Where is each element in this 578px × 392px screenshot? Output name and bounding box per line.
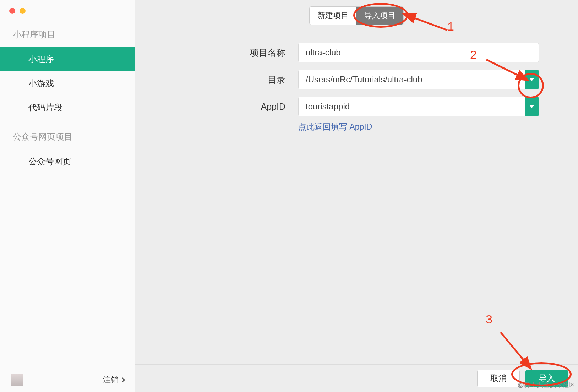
footer-bar: 取消 导入 — [135, 364, 578, 392]
row-directory: 目录 — [192, 70, 539, 89]
sidebar-item-officialaccount-web[interactable]: 公众号网页 — [0, 149, 135, 174]
tab-import-project[interactable]: 导入项目 — [356, 7, 403, 24]
tab-label: 导入项目 — [364, 11, 396, 20]
sidebar-item-minigame[interactable]: 小游戏 — [0, 71, 135, 96]
tabs: 新建项目 导入项目 — [135, 0, 578, 25]
row-appid: AppID — [192, 97, 539, 116]
project-name-label: 项目名称 — [192, 47, 298, 59]
sidebar: 小程序项目 小程序 小游戏 代码片段 公众号网页项目 公众号网页 注销 — [0, 0, 135, 392]
row-project-name: 项目名称 — [192, 43, 539, 62]
appid-input[interactable] — [298, 97, 525, 116]
main-panel: 新建项目 导入项目 项目名称 目录 AppID — [135, 0, 578, 392]
sidebar-item-label: 小程序 — [28, 54, 54, 64]
sidebar-item-label: 公众号网页 — [28, 157, 71, 166]
chevron-right-icon — [120, 377, 125, 382]
sidebar-bottom-bar: 注销 — [0, 367, 135, 392]
app-window: 小程序项目 小程序 小游戏 代码片段 公众号网页项目 公众号网页 注销 新建项目… — [0, 0, 578, 392]
logout-link[interactable]: 注销 — [103, 375, 124, 385]
sidebar-section-miniprogram: 小程序项目 — [0, 22, 135, 47]
cancel-button[interactable]: 取消 — [477, 370, 520, 387]
directory-dropdown-button[interactable] — [525, 70, 539, 89]
sidebar-item-label: 小游戏 — [28, 78, 54, 88]
logout-label: 注销 — [103, 375, 119, 385]
chevron-down-icon — [530, 105, 534, 108]
sidebar-item-label: 代码片段 — [28, 103, 62, 112]
appid-label: AppID — [192, 102, 298, 112]
traffic-lights — [0, 0, 135, 22]
appid-return-link[interactable]: 点此返回填写 AppID — [298, 122, 372, 131]
chevron-down-icon — [530, 78, 534, 81]
appid-dropdown-button[interactable] — [525, 97, 539, 116]
close-window-icon[interactable] — [9, 8, 15, 14]
row-appid-link: 点此返回填写 AppID — [192, 121, 539, 132]
directory-label: 目录 — [192, 74, 298, 86]
tab-new-project[interactable]: 新建项目 — [310, 7, 356, 24]
sidebar-item-snippet[interactable]: 代码片段 — [0, 96, 135, 120]
project-name-input[interactable] — [298, 43, 539, 62]
import-button[interactable]: 导入 — [525, 370, 568, 387]
directory-input[interactable] — [298, 70, 525, 89]
sidebar-section-officialaccount: 公众号网页项目 — [0, 124, 135, 149]
avatar[interactable] — [11, 374, 23, 386]
minimize-window-icon[interactable] — [20, 8, 26, 14]
import-form: 项目名称 目录 AppID 点此返回填写 AppI — [135, 25, 578, 132]
tab-label: 新建项目 — [317, 11, 349, 20]
tab-group: 新建项目 导入项目 — [309, 6, 404, 25]
sidebar-item-miniprogram[interactable]: 小程序 — [0, 47, 135, 71]
